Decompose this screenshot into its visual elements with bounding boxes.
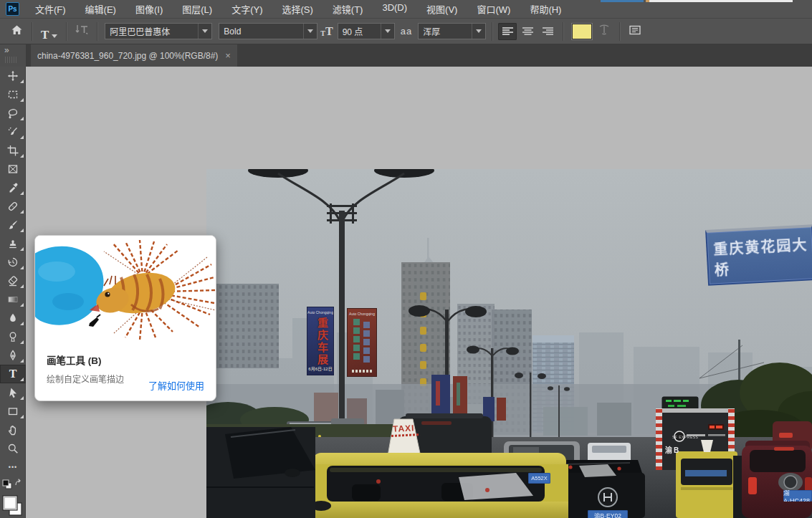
foreground-background-swatches[interactable] <box>0 494 26 518</box>
second-taxi <box>676 440 737 518</box>
font-family-select[interactable]: 阿里巴巴普惠体 <box>105 23 212 39</box>
anti-alias-select[interactable]: 浑厚 <box>418 23 486 39</box>
truck-brand-text: SF EXPRESS <box>672 435 698 439</box>
toolbar-collapse-area: » <box>0 44 26 67</box>
dodge-tool[interactable] <box>0 327 26 346</box>
hand-tool[interactable] <box>0 421 26 439</box>
menu-edit[interactable]: 编辑(E) <box>85 2 116 16</box>
photoshop-window: Ps 文件(F) 编辑(E) 图像(I) 图层(L) 文字(Y) 选择(S) 滤… <box>0 0 812 518</box>
lasso-tool[interactable] <box>0 104 26 123</box>
tooltip-title: 画笔工具 (B) <box>47 352 204 367</box>
chevron-down-icon <box>52 34 57 38</box>
menu-help[interactable]: 帮助(H) <box>530 2 561 16</box>
menu-file[interactable]: 文件(F) <box>35 2 66 16</box>
spot-healing-brush-tool[interactable] <box>0 197 26 216</box>
text-align-group <box>498 23 557 40</box>
tool-options-bar: T 阿里巴巴普惠体 Bold TT 90 点 aa 浑厚 <box>0 19 812 44</box>
menu-bar: Ps 文件(F) 编辑(E) 图像(I) 图层(L) 文字(Y) 选择(S) 滤… <box>0 0 812 19</box>
history-brush-tool[interactable] <box>0 253 26 272</box>
license-plate-minivan: A552X <box>528 473 550 484</box>
foreground-taxi <box>308 453 568 518</box>
white-van <box>588 443 631 463</box>
document-tab-bar: » china-4976381_960_720.jpg @ 100%(RGB/8… <box>0 44 812 67</box>
anti-alias-icon: aa <box>401 26 412 37</box>
license-plate-nissan: 渝A·HC428 <box>783 490 812 502</box>
document-tab[interactable]: china-4976381_960_720.jpg @ 100%(RGB/8#)… <box>31 44 237 67</box>
text-orientation-button[interactable] <box>72 22 91 41</box>
type-tool-preset-button[interactable]: T <box>38 22 60 41</box>
highway-sign: 重庆黄花园大桥 CHONGQINGHUANGHUAYUAN River Br <box>705 224 812 286</box>
tab-close-icon[interactable]: × <box>225 50 237 61</box>
anti-alias-dropdown[interactable] <box>472 24 485 39</box>
document-image[interactable] <box>206 169 812 518</box>
eyedropper-tool[interactable] <box>0 178 26 197</box>
path-selection-tool[interactable] <box>0 383 26 402</box>
toggle-panels-button[interactable] <box>626 22 644 41</box>
font-size-dropdown[interactable] <box>381 24 394 39</box>
object-selection-tool[interactable] <box>0 123 26 141</box>
menu-type[interactable]: 文字(Y) <box>231 2 262 16</box>
character-panel-icon <box>629 24 641 39</box>
align-left-button[interactable] <box>498 23 517 40</box>
text-orientation-icon <box>75 24 89 39</box>
mini-foreground-swatch <box>3 480 9 486</box>
top-edge-blue-sliver <box>601 0 644 2</box>
truck-plate-prefix: 渝B <box>665 444 680 455</box>
brush-tool[interactable] <box>0 216 26 234</box>
lionfish-illustration <box>90 240 216 340</box>
photoshop-logo: Ps <box>6 2 19 16</box>
taxi-sign-text: TAXI <box>393 423 415 434</box>
foreground-color-swatch <box>3 496 17 510</box>
align-right-button[interactable] <box>538 23 557 40</box>
menu-3d[interactable]: 3D(D) <box>382 2 407 16</box>
crop-tool[interactable] <box>0 141 26 160</box>
license-plate-honda: 渝B·EY02 <box>588 510 628 518</box>
rectangular-marquee-tool[interactable] <box>0 85 26 104</box>
clone-stamp-tool[interactable] <box>0 234 26 253</box>
banner-title: 重庆车展 <box>315 317 330 366</box>
tooltip-learn-link[interactable]: 了解如何使用 <box>148 378 204 392</box>
pen-tool[interactable] <box>0 346 26 365</box>
font-style-value: Bold <box>219 27 303 37</box>
banner-header: Auto Chongqing <box>348 312 376 316</box>
home-button[interactable] <box>7 22 26 41</box>
banner-header: Auto Chongqing <box>307 310 333 315</box>
type-tool[interactable]: T <box>0 365 26 383</box>
menu-select[interactable]: 选择(S) <box>282 2 312 16</box>
move-tool[interactable] <box>0 67 26 85</box>
menu-layer[interactable]: 图层(L) <box>182 2 212 16</box>
font-size-value: 90 点 <box>338 25 381 37</box>
blue-paint-blob <box>35 246 104 325</box>
font-size-select[interactable]: 90 点 <box>338 23 395 39</box>
dark-sedan <box>206 427 315 518</box>
rectangle-shape-tool[interactable] <box>0 402 26 421</box>
menu-view[interactable]: 视图(V) <box>426 2 457 16</box>
gradient-tool[interactable] <box>0 290 26 309</box>
more-tools-button[interactable]: ••• <box>0 458 26 476</box>
frame-tool[interactable] <box>0 160 26 178</box>
toolbar-grip[interactable] <box>5 57 18 63</box>
align-center-button[interactable] <box>518 23 537 40</box>
home-icon <box>11 24 23 39</box>
blur-tool[interactable] <box>0 309 26 327</box>
type-tool-icon: T <box>41 29 49 41</box>
swap-colors-control[interactable] <box>0 476 26 494</box>
menu-filter[interactable]: 滤镜(T) <box>333 2 363 16</box>
font-style-select[interactable]: Bold <box>219 23 317 39</box>
highway-sign-line1: 重庆黄花园大桥 <box>713 233 812 279</box>
collapse-toolbar-button[interactable]: » <box>4 45 8 55</box>
nissan-suv <box>742 441 812 518</box>
menu-image[interactable]: 图像(I) <box>135 2 163 16</box>
font-style-dropdown[interactable] <box>303 24 317 39</box>
anti-alias-value: 浑厚 <box>419 25 472 37</box>
font-family-dropdown[interactable] <box>198 24 211 39</box>
warp-text-icon <box>598 24 611 39</box>
banner-date: 6月6日-12日 <box>307 365 333 372</box>
eraser-tool[interactable] <box>0 272 26 290</box>
swap-arrow-icon <box>16 479 20 485</box>
text-color-swatch[interactable] <box>572 24 592 39</box>
warp-text-button[interactable] <box>595 22 613 41</box>
menu-window[interactable]: 窗口(W) <box>477 2 510 16</box>
zoom-tool[interactable] <box>0 439 26 458</box>
document-tab-title: china-4976381_960_720.jpg @ 100%(RGB/8#) <box>31 51 225 61</box>
